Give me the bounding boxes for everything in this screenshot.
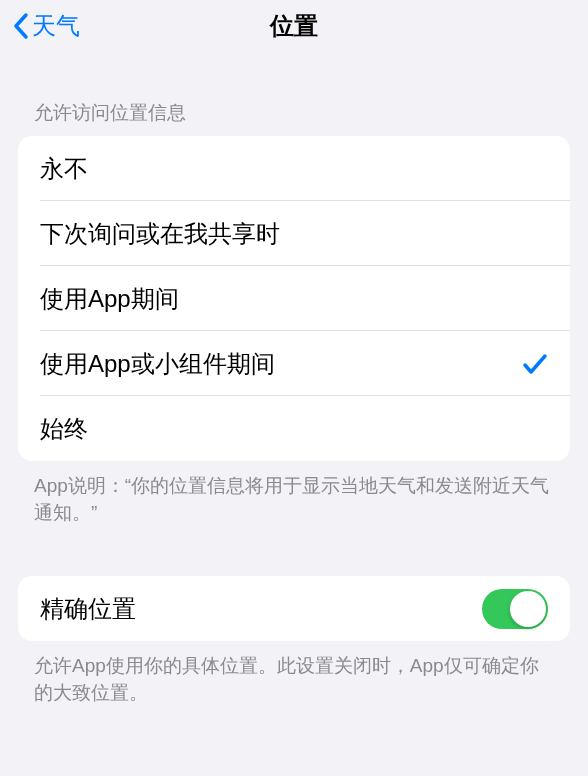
option-label: 始终 — [40, 413, 88, 445]
toggle-knob — [510, 591, 546, 627]
navigation-bar: 天气 位置 — [0, 0, 588, 52]
precise-location-toggle[interactable] — [482, 589, 548, 629]
checkmark-icon — [522, 352, 548, 376]
back-button[interactable]: 天气 — [8, 6, 84, 46]
back-label: 天气 — [32, 10, 80, 42]
option-never[interactable]: 永不 — [18, 136, 570, 201]
location-access-options: 永不 下次询问或在我共享时 使用App期间 使用App或小组件期间 始终 — [18, 136, 570, 461]
option-ask-next-time[interactable]: 下次询问或在我共享时 — [18, 201, 570, 266]
option-label: 使用App或小组件期间 — [40, 348, 275, 380]
option-while-using-app[interactable]: 使用App期间 — [18, 266, 570, 331]
option-label: 使用App期间 — [40, 283, 179, 315]
option-label: 下次询问或在我共享时 — [40, 218, 280, 250]
option-always[interactable]: 始终 — [18, 396, 570, 461]
page-title: 位置 — [270, 10, 318, 42]
precise-location-label: 精确位置 — [40, 593, 136, 625]
option-label: 永不 — [40, 153, 88, 185]
content: 允许访问位置信息 永不 下次询问或在我共享时 使用App期间 使用App或小组件… — [0, 52, 588, 706]
chevron-left-icon — [12, 12, 30, 40]
spacer — [0, 526, 588, 576]
section-footer-precise-description: 允许App使用你的具体位置。此设置关闭时，App仅可确定你的大致位置。 — [0, 641, 588, 706]
section-footer-app-description: App说明：“你的位置信息将用于显示当地天气和发送附近天气通知。” — [0, 461, 588, 526]
precise-location-group: 精确位置 — [18, 576, 570, 641]
precise-location-row[interactable]: 精确位置 — [18, 576, 570, 641]
option-while-using-app-or-widgets[interactable]: 使用App或小组件期间 — [18, 331, 570, 396]
section-header-location-access: 允许访问位置信息 — [0, 52, 588, 136]
